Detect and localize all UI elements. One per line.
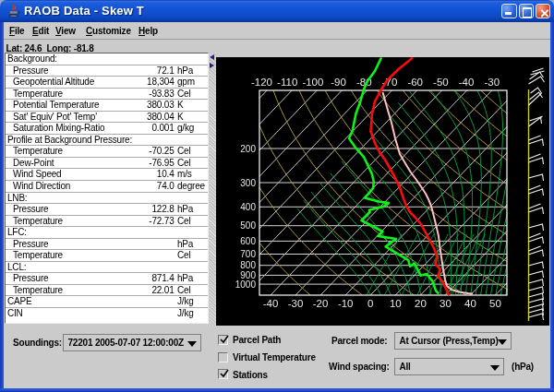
- svg-text:700: 700: [240, 249, 256, 259]
- svg-text:-30: -30: [288, 298, 304, 309]
- svg-text:10: 10: [390, 298, 402, 309]
- svg-text:600: 600: [240, 236, 256, 246]
- svg-text:-100: -100: [302, 77, 323, 88]
- svg-text:200: 200: [240, 144, 256, 154]
- svg-text:400: 400: [240, 202, 256, 212]
- svg-text:-40: -40: [263, 298, 279, 309]
- svg-text:-90: -90: [331, 77, 346, 88]
- svg-text:-50: -50: [433, 77, 449, 88]
- svg-text:40: 40: [464, 298, 476, 309]
- svg-text:50: 50: [489, 298, 501, 309]
- svg-text:1000: 1000: [235, 279, 257, 290]
- svg-text:800: 800: [240, 260, 256, 270]
- svg-text:-40: -40: [459, 77, 475, 88]
- svg-text:-20: -20: [313, 298, 329, 309]
- svg-text:-10: -10: [338, 298, 354, 309]
- svg-text:-120: -120: [251, 77, 272, 88]
- svg-text:0: 0: [367, 298, 373, 309]
- svg-text:20: 20: [415, 298, 427, 309]
- svg-text:30: 30: [440, 298, 452, 309]
- svg-text:500: 500: [240, 220, 256, 231]
- svg-text:-110: -110: [277, 77, 297, 88]
- svg-text:-60: -60: [407, 77, 423, 88]
- svg-text:300: 300: [240, 178, 256, 188]
- svg-text:-30: -30: [484, 77, 500, 88]
